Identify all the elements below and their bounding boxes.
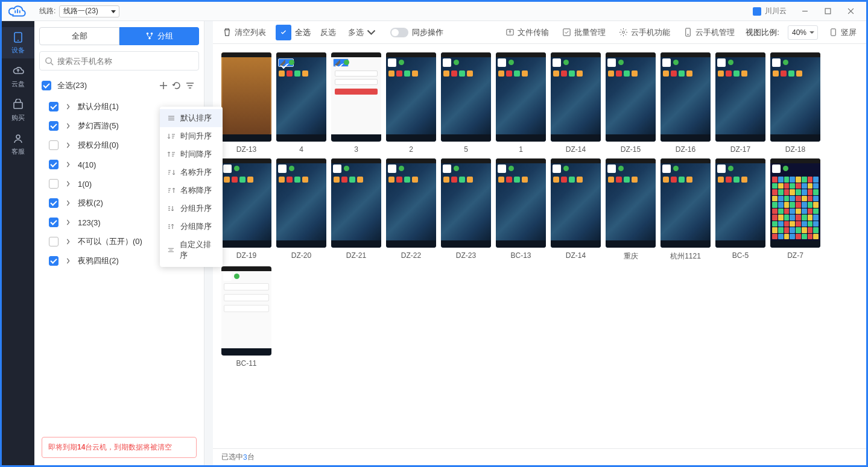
- rail-item-buy[interactable]: 购买: [2, 95, 34, 126]
- device-thumbnail[interactable]: [770, 52, 820, 142]
- device-card[interactable]: DZ-16: [661, 52, 711, 154]
- sort-option[interactable]: 时间降序: [160, 145, 223, 163]
- device-thumbnail[interactable]: [661, 158, 711, 248]
- group-checkbox[interactable]: [49, 160, 59, 169]
- select-all-checkbox[interactable]: [42, 81, 51, 90]
- device-card[interactable]: 2: [386, 52, 436, 154]
- sort-option[interactable]: 分组升序: [160, 199, 223, 218]
- select-all-toolbar-button[interactable]: [276, 25, 291, 40]
- device-thumbnail[interactable]: [496, 52, 546, 142]
- device-card[interactable]: DZ-19: [221, 158, 271, 262]
- device-thumbnail[interactable]: [386, 158, 436, 248]
- device-thumbnail[interactable]: [661, 52, 711, 142]
- device-card[interactable]: BC-13: [496, 158, 546, 262]
- add-group-button[interactable]: [157, 79, 170, 92]
- window-maximize-button[interactable]: [817, 4, 838, 19]
- device-thumbnail[interactable]: [551, 52, 601, 142]
- device-select-checkbox[interactable]: [498, 58, 506, 67]
- device-select-checkbox[interactable]: [498, 165, 506, 173]
- device-card[interactable]: DZ-14: [551, 158, 601, 262]
- device-card[interactable]: DZ-18: [770, 52, 820, 154]
- device-select-checkbox[interactable]: [717, 58, 726, 67]
- route-select[interactable]: 线路一(23): [59, 5, 119, 17]
- rail-item-support[interactable]: 客服: [2, 128, 34, 160]
- sort-option[interactable]: 分组降序: [160, 218, 223, 236]
- sort-option[interactable]: 默认排序: [160, 109, 223, 127]
- device-thumbnail[interactable]: [441, 52, 491, 142]
- device-card[interactable]: 杭州1121: [661, 158, 711, 262]
- tab-all[interactable]: 全部: [39, 27, 119, 45]
- group-checkbox[interactable]: [49, 179, 59, 189]
- device-card[interactable]: 重庆: [606, 158, 656, 262]
- group-checkbox[interactable]: [49, 256, 59, 266]
- sort-button[interactable]: [183, 79, 197, 92]
- device-card[interactable]: 3: [331, 52, 381, 154]
- group-checkbox[interactable]: [49, 140, 59, 150]
- device-thumbnail[interactable]: [606, 52, 656, 142]
- device-thumbnail[interactable]: [715, 158, 765, 248]
- device-card[interactable]: DZ-15: [606, 52, 656, 154]
- group-checkbox[interactable]: [49, 198, 59, 208]
- device-card[interactable]: 4: [276, 52, 326, 154]
- sort-option[interactable]: 时间升序: [160, 127, 223, 145]
- device-card[interactable]: DZ-22: [386, 158, 436, 262]
- group-checkbox[interactable]: [49, 218, 59, 227]
- search-input-wrapper[interactable]: [39, 51, 199, 71]
- portrait-button[interactable]: 竖屏: [826, 25, 859, 40]
- device-select-checkbox[interactable]: [388, 58, 396, 67]
- sort-option[interactable]: 自定义排序: [160, 236, 223, 265]
- device-select-checkbox[interactable]: [553, 58, 561, 67]
- device-select-checkbox[interactable]: [333, 165, 341, 173]
- group-checkbox[interactable]: [49, 237, 59, 246]
- device-select-checkbox[interactable]: [772, 58, 781, 67]
- device-thumbnail[interactable]: [331, 158, 381, 248]
- sort-option[interactable]: 名称升序: [160, 163, 223, 181]
- device-card[interactable]: DZ-21: [331, 158, 381, 262]
- group-checkbox[interactable]: [49, 102, 59, 111]
- search-input[interactable]: [57, 57, 194, 66]
- device-select-checkbox[interactable]: [443, 165, 451, 173]
- device-select-checkbox[interactable]: [388, 165, 396, 173]
- device-select-checkbox[interactable]: [443, 58, 451, 67]
- device-select-checkbox[interactable]: [717, 165, 726, 173]
- refresh-button[interactable]: [170, 79, 183, 92]
- device-select-checkbox[interactable]: [607, 165, 616, 173]
- ratio-select[interactable]: 40%: [788, 25, 818, 40]
- sort-option[interactable]: 名称降序: [160, 181, 223, 199]
- device-card[interactable]: BC-5: [715, 158, 765, 262]
- file-transfer-button[interactable]: 文件传输: [503, 25, 551, 40]
- device-select-checkbox[interactable]: [223, 272, 232, 281]
- multi-select-button[interactable]: 多选: [346, 25, 378, 40]
- device-card[interactable]: DZ-7: [770, 158, 820, 262]
- device-card[interactable]: BC-11: [221, 266, 271, 368]
- device-card[interactable]: DZ-14: [551, 52, 601, 154]
- phone-manage-button[interactable]: 云手机管理: [681, 25, 737, 40]
- device-select-checkbox[interactable]: [662, 58, 671, 67]
- batch-manage-button[interactable]: 批量管理: [560, 25, 608, 40]
- device-card[interactable]: DZ-20: [276, 158, 326, 262]
- device-card[interactable]: 1: [496, 52, 546, 154]
- phone-function-button[interactable]: 云手机功能: [616, 25, 673, 40]
- device-thumbnail[interactable]: [386, 52, 436, 142]
- device-select-checkbox[interactable]: [278, 165, 287, 173]
- window-minimize-button[interactable]: [794, 4, 816, 19]
- device-thumbnail[interactable]: [221, 52, 271, 142]
- sync-toggle[interactable]: [390, 28, 408, 37]
- device-select-checkbox[interactable]: [662, 165, 671, 173]
- rail-item-cloud[interactable]: 云盘: [2, 61, 34, 92]
- device-card[interactable]: DZ-17: [715, 52, 765, 154]
- clear-list-button[interactable]: 清空列表: [220, 25, 268, 40]
- device-select-checkbox[interactable]: [223, 165, 232, 173]
- device-select-checkbox[interactable]: [607, 58, 616, 67]
- group-checkbox[interactable]: [49, 121, 59, 131]
- device-thumbnail[interactable]: [715, 52, 765, 142]
- device-select-checkbox[interactable]: [772, 165, 781, 173]
- device-thumbnail[interactable]: [496, 158, 546, 248]
- device-card[interactable]: DZ-13: [221, 52, 271, 154]
- rail-item-devices[interactable]: 设备: [2, 27, 34, 58]
- device-select-checkbox[interactable]: [553, 165, 561, 173]
- device-thumbnail[interactable]: [331, 52, 381, 142]
- device-thumbnail[interactable]: [441, 158, 491, 248]
- device-thumbnail[interactable]: [551, 158, 601, 248]
- window-close-button[interactable]: [840, 4, 861, 19]
